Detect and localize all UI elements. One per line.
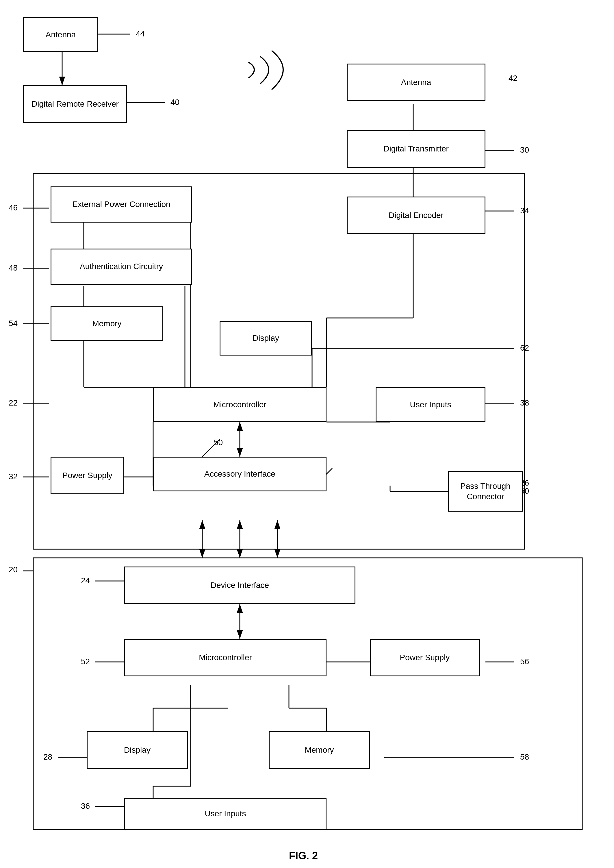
svg-text:46: 46: [9, 203, 18, 212]
antenna-right-block: Antenna: [347, 64, 485, 101]
svg-text:62: 62: [520, 343, 529, 352]
digital-encoder-label: Digital Encoder: [389, 210, 443, 220]
svg-text:22: 22: [9, 398, 18, 407]
svg-text:40: 40: [171, 98, 180, 107]
accessory-interface-block: Accessory Interface: [153, 457, 327, 491]
svg-text:54: 54: [9, 319, 18, 328]
svg-text:34: 34: [520, 206, 529, 215]
external-power-connection-block: External Power Connection: [51, 186, 192, 222]
authentication-circuitry-block: Authentication Circuitry: [51, 248, 192, 285]
display-top-label: Display: [253, 333, 279, 343]
svg-line-32: [202, 439, 220, 457]
authentication-circuitry-label: Authentication Circuitry: [80, 261, 163, 272]
digital-encoder-block: Digital Encoder: [347, 197, 485, 234]
svg-text:38: 38: [520, 398, 529, 407]
microcontroller-bottom-label: Microcontroller: [199, 652, 252, 663]
memory-bottom-label: Memory: [305, 745, 334, 755]
device-interface-label: Device Interface: [211, 580, 269, 590]
display-bottom-label: Display: [124, 745, 150, 755]
power-supply-top-block: Power Supply: [51, 457, 124, 494]
antenna-right-ref: 42: [509, 74, 518, 83]
digital-transmitter-label: Digital Transmitter: [383, 144, 449, 154]
svg-text:52: 52: [81, 657, 90, 666]
antenna-right-label: Antenna: [401, 77, 431, 88]
svg-text:24: 24: [81, 576, 90, 585]
svg-text:30: 30: [520, 145, 529, 154]
microcontroller-bottom-block: Microcontroller: [124, 639, 327, 676]
svg-text:44: 44: [136, 29, 145, 38]
memory-top-label: Memory: [92, 318, 121, 329]
memory-bottom-block: Memory: [269, 731, 370, 769]
antenna-top-block: Antenna: [23, 17, 98, 52]
display-bottom-block: Display: [87, 731, 188, 769]
user-inputs-bottom-label: User Inputs: [205, 809, 246, 819]
svg-text:28: 28: [43, 752, 52, 761]
user-inputs-top-label: User Inputs: [410, 399, 451, 410]
microcontroller-top-label: Microcontroller: [213, 399, 267, 410]
svg-text:56: 56: [520, 657, 529, 666]
digital-transmitter-block: Digital Transmitter: [347, 130, 485, 168]
user-inputs-top-block: User Inputs: [376, 387, 485, 422]
power-supply-top-label: Power Supply: [62, 470, 112, 481]
svg-text:50: 50: [214, 438, 223, 447]
accessory-interface-label: Accessory Interface: [204, 469, 275, 479]
svg-text:48: 48: [9, 263, 18, 272]
power-supply-bottom-block: Power Supply: [370, 639, 480, 676]
pass-through-connector-block: Pass Through Connector: [448, 471, 523, 512]
digital-remote-receiver-block: Digital Remote Receiver: [23, 85, 127, 123]
user-inputs-bottom-block: User Inputs: [124, 798, 327, 829]
diagram: 40 44 34 30 46 48 54 62 22 38: [0, 0, 614, 868]
pass-through-connector-label: Pass Through Connector: [460, 481, 510, 502]
external-power-connection-label: External Power Connection: [72, 199, 170, 210]
svg-text:58: 58: [520, 752, 529, 761]
power-supply-bottom-label: Power Supply: [400, 652, 450, 663]
svg-text:20: 20: [9, 565, 18, 574]
svg-text:32: 32: [9, 472, 18, 481]
svg-text:36: 36: [81, 801, 90, 811]
device-interface-block: Device Interface: [124, 567, 355, 604]
figure-label: FIG. 2: [260, 850, 347, 862]
antenna-top-label: Antenna: [46, 30, 76, 40]
memory-top-block: Memory: [51, 306, 163, 341]
digital-remote-receiver-label: Digital Remote Receiver: [31, 99, 119, 109]
microcontroller-top-block: Microcontroller: [153, 387, 327, 422]
display-top-block: Display: [220, 321, 312, 356]
